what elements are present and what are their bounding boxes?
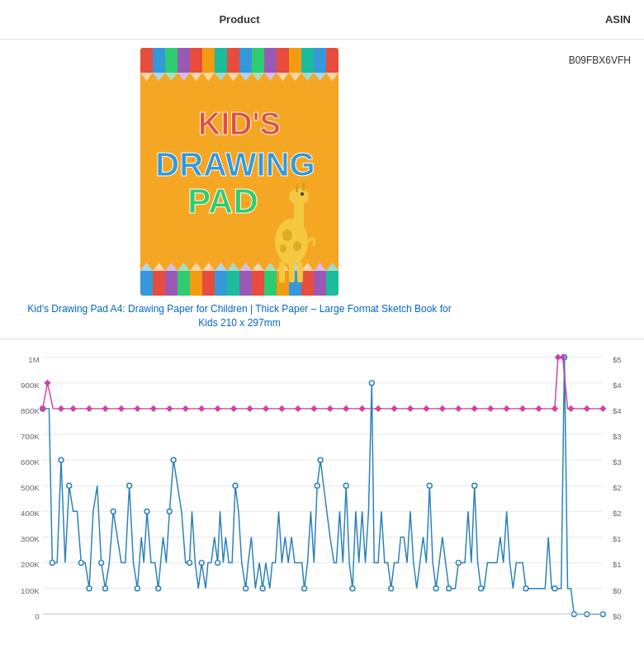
svg-rect-157 (86, 405, 92, 411)
svg-rect-163 (182, 405, 189, 411)
svg-rect-2 (153, 48, 165, 73)
svg-rect-176 (391, 405, 397, 411)
svg-rect-11 (264, 48, 277, 73)
svg-rect-38 (202, 271, 215, 296)
svg-point-139 (369, 380, 374, 385)
svg-rect-43 (264, 271, 277, 296)
svg-point-118 (87, 585, 92, 590)
svg-rect-5 (190, 48, 202, 73)
svg-text:$4: $4 (613, 380, 622, 389)
svg-rect-191 (599, 405, 606, 411)
svg-point-147 (523, 585, 528, 590)
svg-rect-7 (215, 48, 227, 73)
svg-text:PAD: PAD (187, 182, 258, 220)
svg-point-141 (427, 483, 432, 488)
svg-point-137 (343, 483, 348, 488)
svg-rect-37 (190, 271, 202, 296)
svg-rect-178 (423, 405, 429, 411)
svg-text:200K: 200K (21, 560, 40, 569)
svg-point-117 (78, 560, 83, 565)
svg-point-114 (50, 560, 54, 565)
svg-point-144 (456, 560, 461, 565)
svg-point-123 (135, 585, 140, 590)
svg-rect-1 (140, 48, 153, 73)
svg-rect-170 (295, 405, 301, 411)
svg-rect-159 (118, 405, 125, 411)
svg-text:800K: 800K (21, 405, 40, 415)
svg-rect-34 (153, 271, 165, 296)
product-title-link[interactable]: Kid's Drawing Pad A4: Drawing Paper for … (25, 302, 454, 330)
svg-text:700K: 700K (21, 431, 40, 440)
product-info: KID'S DRAWING PAD (0, 48, 479, 330)
svg-point-140 (389, 585, 394, 590)
svg-rect-179 (439, 405, 446, 411)
svg-rect-166 (230, 405, 237, 411)
svg-rect-160 (134, 405, 140, 411)
svg-rect-189 (567, 405, 574, 411)
svg-rect-153 (40, 405, 46, 411)
svg-text:KID'S: KID'S (198, 107, 281, 141)
svg-rect-4 (178, 48, 190, 73)
svg-text:100K: 100K (21, 585, 40, 595)
svg-text:$3: $3 (613, 431, 622, 440)
svg-point-71 (301, 192, 304, 196)
svg-rect-180 (455, 405, 462, 411)
svg-rect-181 (471, 405, 478, 411)
svg-rect-171 (310, 405, 317, 411)
svg-rect-8 (227, 48, 239, 73)
svg-text:$5: $5 (613, 354, 622, 363)
svg-rect-185 (535, 405, 542, 411)
svg-text:$1: $1 (613, 560, 622, 569)
svg-point-127 (171, 457, 176, 462)
svg-point-126 (167, 509, 172, 514)
svg-point-134 (302, 585, 307, 590)
svg-rect-6 (202, 48, 215, 73)
svg-text:900K: 900K (21, 380, 40, 389)
svg-rect-13 (289, 48, 301, 73)
svg-text:$3: $3 (613, 457, 622, 467)
svg-text:$2: $2 (613, 483, 622, 492)
svg-rect-15 (314, 48, 326, 73)
svg-rect-35 (165, 271, 178, 296)
page-container: Product ASIN (0, 0, 644, 637)
svg-point-138 (350, 585, 355, 590)
svg-text:$4: $4 (613, 405, 622, 415)
svg-rect-172 (327, 405, 334, 411)
svg-rect-168 (263, 405, 269, 411)
svg-rect-190 (584, 405, 590, 411)
svg-point-74 (282, 230, 292, 241)
svg-rect-158 (102, 405, 108, 411)
svg-rect-48 (326, 271, 339, 296)
product-row: KID'S DRAWING PAD (0, 40, 644, 339)
svg-rect-3 (165, 48, 178, 73)
svg-rect-155 (58, 405, 64, 411)
svg-rect-156 (69, 405, 76, 411)
svg-point-128 (187, 560, 192, 565)
svg-point-142 (433, 585, 438, 590)
svg-text:$0: $0 (613, 585, 622, 595)
svg-rect-79 (297, 262, 303, 282)
svg-text:0: 0 (35, 611, 40, 620)
svg-text:1M: 1M (28, 354, 40, 363)
svg-rect-169 (278, 405, 285, 411)
asin-column-header: ASIN (479, 7, 644, 32)
svg-rect-183 (503, 405, 509, 411)
svg-point-130 (215, 560, 220, 565)
svg-point-132 (244, 585, 249, 590)
svg-point-121 (111, 509, 116, 514)
svg-point-145 (472, 483, 477, 488)
svg-point-125 (156, 585, 161, 590)
svg-rect-167 (246, 405, 253, 411)
svg-rect-174 (358, 405, 365, 411)
product-image: KID'S DRAWING PAD (140, 48, 339, 296)
svg-rect-41 (239, 271, 252, 296)
product-column-header: Product (0, 7, 479, 32)
svg-point-124 (144, 509, 149, 514)
svg-rect-182 (487, 405, 494, 411)
svg-point-116 (67, 483, 72, 488)
svg-rect-77 (279, 262, 285, 282)
svg-point-146 (479, 585, 484, 590)
svg-rect-9 (239, 48, 252, 73)
svg-text:400K: 400K (21, 509, 40, 518)
svg-point-122 (127, 483, 132, 488)
